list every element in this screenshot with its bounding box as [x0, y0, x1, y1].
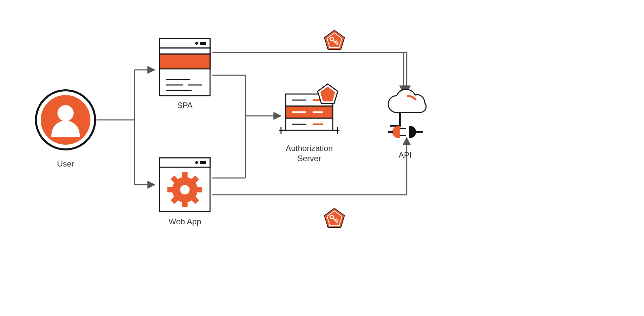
- auth-label-2: Server: [297, 154, 321, 163]
- svg-rect-46: [182, 200, 188, 207]
- svg-rect-45: [182, 172, 188, 179]
- edge-spa-to-api: [212, 52, 407, 93]
- user-label: User: [57, 159, 74, 168]
- token-badge-bottom: [324, 208, 345, 228]
- cloud-icon: [388, 89, 426, 112]
- node-auth: [279, 84, 339, 134]
- svg-point-42: [195, 161, 198, 164]
- svg-point-32: [195, 42, 198, 45]
- svg-rect-43: [200, 161, 206, 164]
- spa-label: SPA: [177, 101, 193, 110]
- api-label: API: [399, 150, 412, 160]
- svg-point-29: [57, 105, 74, 121]
- plug-icon: [388, 126, 423, 138]
- svg-rect-34: [160, 48, 210, 54]
- svg-rect-47: [167, 187, 174, 192]
- svg-rect-35: [160, 54, 210, 69]
- architecture-diagram: User SPA: [0, 0, 644, 316]
- svg-rect-48: [196, 187, 202, 192]
- edge-spa-api: [212, 52, 403, 93]
- auth-label-1: Authorization: [286, 144, 333, 153]
- token-badge-top: [324, 30, 345, 50]
- node-spa: [160, 39, 210, 96]
- node-webapp: [160, 158, 210, 215]
- node-user: [36, 90, 95, 149]
- edge-spa-api-2: [212, 52, 407, 93]
- svg-rect-33: [200, 42, 206, 45]
- edge-spa-auth: [212, 75, 245, 116]
- edges-group: [96, 52, 407, 195]
- svg-point-53: [180, 185, 190, 194]
- webapp-label: Web App: [169, 217, 201, 226]
- node-api: [388, 89, 426, 138]
- edge-webapp-auth: [212, 116, 281, 178]
- edge-user-split: [96, 70, 155, 185]
